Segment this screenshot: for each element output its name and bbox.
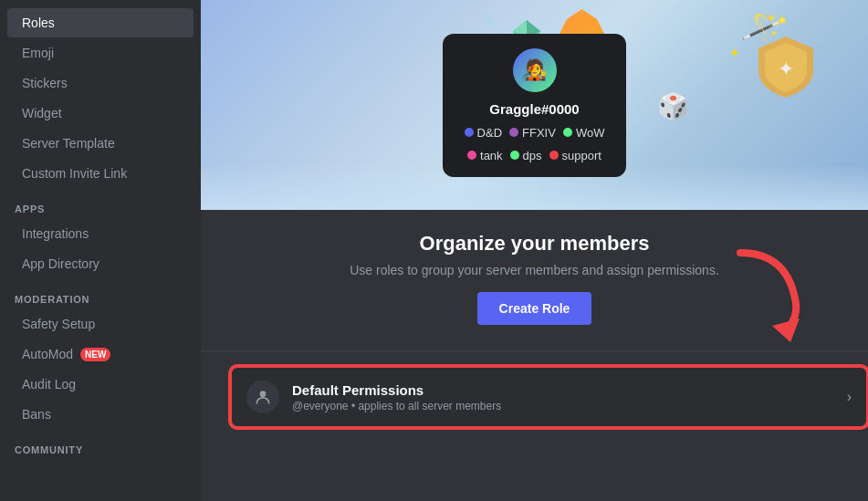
tag-wow: WoW [563,126,605,140]
tag-tank: tank [467,149,503,162]
sidebar-item-label: Stickers [22,76,68,90]
permissions-subtitle: @everyone • applies to all server member… [292,400,847,412]
sidebar-item-app-directory[interactable]: App Directory [7,249,193,278]
hero-username: Graggle#0000 [489,101,579,117]
new-badge: NEW [80,348,110,361]
tag-dnd: D&D [465,126,502,140]
dice-icon: 🎲 [657,91,689,121]
sidebar-item-emoji[interactable]: Emoji [7,38,193,68]
avatar: 🧑‍🎤 [513,48,557,92]
sidebar-item-audit-log[interactable]: Audit Log [7,370,193,399]
moderation-section-label: MODERATION [0,279,201,308]
create-role-button[interactable]: Create Role [477,292,592,325]
divider [201,350,868,351]
sparkle-icon: ✦ [484,14,496,31]
shield-icon: ✦ [754,32,818,113]
tag-ffxiv: FFXIV [509,126,556,140]
default-permissions-row[interactable]: Default Permissions @everyone • applies … [230,366,868,428]
permissions-text: Default Permissions @everyone • applies … [292,382,847,412]
hero-card: 🧑‍🎤 Graggle#0000 D&D FFXIV WoW [443,34,627,177]
chevron-right-icon: › [847,389,852,405]
sidebar-item-label: Roles [22,16,55,30]
tag-dot [465,128,474,137]
tag-dot [563,128,572,137]
sidebar-item-label: Server Template [22,136,115,151]
sidebar-item-label: Bans [22,407,51,422]
sidebar: Roles Emoji Stickers Widget Server Templ… [0,0,201,501]
main-content: ✦ 🧑‍🎤 Graggle#0000 D&D FFXIV [201,0,868,501]
apps-section-label: APPS [0,189,201,218]
tag-label: D&D [477,126,502,140]
svg-text:✦: ✦ [778,57,794,80]
sidebar-item-label: App Directory [22,256,99,271]
tag-dot [509,128,518,137]
sidebar-item-widget[interactable]: Widget [7,99,193,128]
permissions-icon [246,381,279,413]
sidebar-item-label: Audit Log [22,377,76,391]
sidebar-item-automod[interactable]: AutoMod NEW [7,339,193,369]
hero-banner: ✦ 🧑‍🎤 Graggle#0000 D&D FFXIV [201,0,868,210]
sidebar-item-label: Custom Invite Link [22,166,127,181]
sidebar-item-label: Integrations [22,226,89,241]
sidebar-item-custom-invite-link[interactable]: Custom Invite Link [7,159,193,188]
tag-label: FFXIV [522,126,556,140]
sidebar-item-integrations[interactable]: Integrations [7,219,193,248]
hero-tags-row2: tank dps support [467,149,601,162]
hero-tags-row1: D&D FFXIV WoW [465,126,605,140]
sidebar-item-bans[interactable]: Bans [7,400,193,429]
tag-dot [467,151,476,160]
tag-label: WoW [576,126,605,140]
organize-subtitle: Use roles to group your server members a… [350,263,719,277]
sidebar-item-label: Safety Setup [22,317,95,331]
permissions-title: Default Permissions [292,382,847,398]
tag-dps: dps [510,149,542,162]
tag-dot [549,151,559,160]
sidebar-item-roles[interactable]: Roles [7,8,193,37]
sidebar-item-safety-setup[interactable]: Safety Setup [7,309,193,339]
tag-label: tank [480,149,503,162]
tag-dot [510,151,519,160]
sidebar-item-label: Emoji [22,46,54,60]
sidebar-item-stickers[interactable]: Stickers [7,68,193,98]
tag-label: support [562,149,601,162]
sidebar-item-label: Widget [22,106,62,120]
organize-title: Organize your members [420,232,650,256]
sidebar-item-label: AutoMod [22,347,73,361]
svg-point-4 [260,391,267,397]
content-area: Organize your members Use roles to group… [201,210,868,347]
sparkle2-icon: ✦ [729,46,740,60]
tag-label: dps [523,149,542,162]
tag-support: support [549,149,601,162]
sidebar-item-server-template[interactable]: Server Template [7,129,193,158]
community-section-label: COMMUNITY [0,430,201,459]
